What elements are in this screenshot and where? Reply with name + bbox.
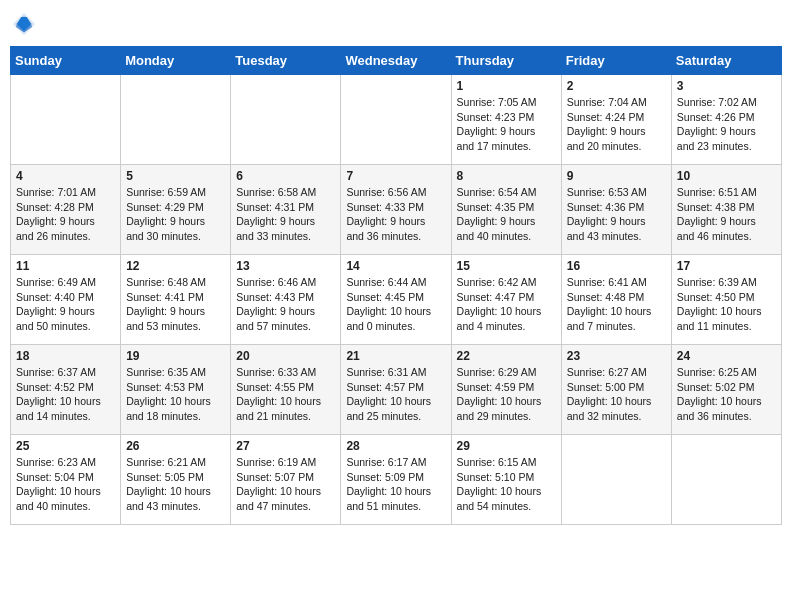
cell-daylight-info: Sunrise: 6:35 AM Sunset: 4:53 PM Dayligh… — [126, 365, 225, 424]
calendar-cell: 1Sunrise: 7:05 AM Sunset: 4:23 PM Daylig… — [451, 75, 561, 165]
cell-daylight-info: Sunrise: 6:27 AM Sunset: 5:00 PM Dayligh… — [567, 365, 666, 424]
day-number: 4 — [16, 169, 115, 183]
calendar-cell: 7Sunrise: 6:56 AM Sunset: 4:33 PM Daylig… — [341, 165, 451, 255]
cell-daylight-info: Sunrise: 6:25 AM Sunset: 5:02 PM Dayligh… — [677, 365, 776, 424]
day-number: 10 — [677, 169, 776, 183]
calendar-cell: 6Sunrise: 6:58 AM Sunset: 4:31 PM Daylig… — [231, 165, 341, 255]
day-number: 2 — [567, 79, 666, 93]
calendar-cell: 5Sunrise: 6:59 AM Sunset: 4:29 PM Daylig… — [121, 165, 231, 255]
day-number: 8 — [457, 169, 556, 183]
calendar-cell: 25Sunrise: 6:23 AM Sunset: 5:04 PM Dayli… — [11, 435, 121, 525]
calendar-cell — [231, 75, 341, 165]
day-number: 28 — [346, 439, 445, 453]
logo — [10, 10, 42, 38]
cell-daylight-info: Sunrise: 6:39 AM Sunset: 4:50 PM Dayligh… — [677, 275, 776, 334]
day-number: 27 — [236, 439, 335, 453]
header-row: SundayMondayTuesdayWednesdayThursdayFrid… — [11, 47, 782, 75]
cell-daylight-info: Sunrise: 6:17 AM Sunset: 5:09 PM Dayligh… — [346, 455, 445, 514]
cell-daylight-info: Sunrise: 6:42 AM Sunset: 4:47 PM Dayligh… — [457, 275, 556, 334]
day-number: 19 — [126, 349, 225, 363]
week-row-2: 11Sunrise: 6:49 AM Sunset: 4:40 PM Dayli… — [11, 255, 782, 345]
day-number: 17 — [677, 259, 776, 273]
col-header-monday: Monday — [121, 47, 231, 75]
day-number: 18 — [16, 349, 115, 363]
cell-daylight-info: Sunrise: 6:41 AM Sunset: 4:48 PM Dayligh… — [567, 275, 666, 334]
calendar-cell: 29Sunrise: 6:15 AM Sunset: 5:10 PM Dayli… — [451, 435, 561, 525]
calendar-cell: 8Sunrise: 6:54 AM Sunset: 4:35 PM Daylig… — [451, 165, 561, 255]
cell-daylight-info: Sunrise: 7:04 AM Sunset: 4:24 PM Dayligh… — [567, 95, 666, 154]
header — [10, 10, 782, 38]
day-number: 23 — [567, 349, 666, 363]
calendar-cell: 9Sunrise: 6:53 AM Sunset: 4:36 PM Daylig… — [561, 165, 671, 255]
calendar-cell: 16Sunrise: 6:41 AM Sunset: 4:48 PM Dayli… — [561, 255, 671, 345]
cell-daylight-info: Sunrise: 6:58 AM Sunset: 4:31 PM Dayligh… — [236, 185, 335, 244]
week-row-3: 18Sunrise: 6:37 AM Sunset: 4:52 PM Dayli… — [11, 345, 782, 435]
cell-daylight-info: Sunrise: 6:31 AM Sunset: 4:57 PM Dayligh… — [346, 365, 445, 424]
day-number: 25 — [16, 439, 115, 453]
week-row-4: 25Sunrise: 6:23 AM Sunset: 5:04 PM Dayli… — [11, 435, 782, 525]
day-number: 12 — [126, 259, 225, 273]
day-number: 14 — [346, 259, 445, 273]
cell-daylight-info: Sunrise: 6:46 AM Sunset: 4:43 PM Dayligh… — [236, 275, 335, 334]
day-number: 15 — [457, 259, 556, 273]
cell-daylight-info: Sunrise: 6:53 AM Sunset: 4:36 PM Dayligh… — [567, 185, 666, 244]
calendar-cell: 11Sunrise: 6:49 AM Sunset: 4:40 PM Dayli… — [11, 255, 121, 345]
calendar-cell: 18Sunrise: 6:37 AM Sunset: 4:52 PM Dayli… — [11, 345, 121, 435]
cell-daylight-info: Sunrise: 6:56 AM Sunset: 4:33 PM Dayligh… — [346, 185, 445, 244]
week-row-1: 4Sunrise: 7:01 AM Sunset: 4:28 PM Daylig… — [11, 165, 782, 255]
calendar-cell: 14Sunrise: 6:44 AM Sunset: 4:45 PM Dayli… — [341, 255, 451, 345]
calendar-cell: 10Sunrise: 6:51 AM Sunset: 4:38 PM Dayli… — [671, 165, 781, 255]
cell-daylight-info: Sunrise: 7:05 AM Sunset: 4:23 PM Dayligh… — [457, 95, 556, 154]
calendar-cell — [671, 435, 781, 525]
cell-daylight-info: Sunrise: 6:23 AM Sunset: 5:04 PM Dayligh… — [16, 455, 115, 514]
week-row-0: 1Sunrise: 7:05 AM Sunset: 4:23 PM Daylig… — [11, 75, 782, 165]
cell-daylight-info: Sunrise: 6:51 AM Sunset: 4:38 PM Dayligh… — [677, 185, 776, 244]
calendar-cell: 19Sunrise: 6:35 AM Sunset: 4:53 PM Dayli… — [121, 345, 231, 435]
col-header-sunday: Sunday — [11, 47, 121, 75]
calendar-cell — [11, 75, 121, 165]
day-number: 11 — [16, 259, 115, 273]
cell-daylight-info: Sunrise: 6:49 AM Sunset: 4:40 PM Dayligh… — [16, 275, 115, 334]
day-number: 5 — [126, 169, 225, 183]
cell-daylight-info: Sunrise: 7:01 AM Sunset: 4:28 PM Dayligh… — [16, 185, 115, 244]
cell-daylight-info: Sunrise: 6:54 AM Sunset: 4:35 PM Dayligh… — [457, 185, 556, 244]
day-number: 3 — [677, 79, 776, 93]
day-number: 20 — [236, 349, 335, 363]
calendar-cell: 3Sunrise: 7:02 AM Sunset: 4:26 PM Daylig… — [671, 75, 781, 165]
col-header-saturday: Saturday — [671, 47, 781, 75]
cell-daylight-info: Sunrise: 6:59 AM Sunset: 4:29 PM Dayligh… — [126, 185, 225, 244]
col-header-friday: Friday — [561, 47, 671, 75]
day-number: 29 — [457, 439, 556, 453]
cell-daylight-info: Sunrise: 6:19 AM Sunset: 5:07 PM Dayligh… — [236, 455, 335, 514]
calendar-cell: 27Sunrise: 6:19 AM Sunset: 5:07 PM Dayli… — [231, 435, 341, 525]
day-number: 26 — [126, 439, 225, 453]
cell-daylight-info: Sunrise: 6:44 AM Sunset: 4:45 PM Dayligh… — [346, 275, 445, 334]
calendar-cell: 4Sunrise: 7:01 AM Sunset: 4:28 PM Daylig… — [11, 165, 121, 255]
calendar-cell: 12Sunrise: 6:48 AM Sunset: 4:41 PM Dayli… — [121, 255, 231, 345]
day-number: 1 — [457, 79, 556, 93]
calendar-cell: 15Sunrise: 6:42 AM Sunset: 4:47 PM Dayli… — [451, 255, 561, 345]
cell-daylight-info: Sunrise: 6:29 AM Sunset: 4:59 PM Dayligh… — [457, 365, 556, 424]
col-header-wednesday: Wednesday — [341, 47, 451, 75]
logo-icon — [10, 10, 38, 38]
calendar-cell: 21Sunrise: 6:31 AM Sunset: 4:57 PM Dayli… — [341, 345, 451, 435]
cell-daylight-info: Sunrise: 7:02 AM Sunset: 4:26 PM Dayligh… — [677, 95, 776, 154]
cell-daylight-info: Sunrise: 6:21 AM Sunset: 5:05 PM Dayligh… — [126, 455, 225, 514]
day-number: 9 — [567, 169, 666, 183]
cell-daylight-info: Sunrise: 6:48 AM Sunset: 4:41 PM Dayligh… — [126, 275, 225, 334]
calendar-cell — [341, 75, 451, 165]
calendar-cell: 17Sunrise: 6:39 AM Sunset: 4:50 PM Dayli… — [671, 255, 781, 345]
day-number: 24 — [677, 349, 776, 363]
calendar-cell: 28Sunrise: 6:17 AM Sunset: 5:09 PM Dayli… — [341, 435, 451, 525]
calendar-table: SundayMondayTuesdayWednesdayThursdayFrid… — [10, 46, 782, 525]
day-number: 7 — [346, 169, 445, 183]
calendar-cell — [121, 75, 231, 165]
day-number: 21 — [346, 349, 445, 363]
day-number: 22 — [457, 349, 556, 363]
calendar-cell: 22Sunrise: 6:29 AM Sunset: 4:59 PM Dayli… — [451, 345, 561, 435]
calendar-cell: 24Sunrise: 6:25 AM Sunset: 5:02 PM Dayli… — [671, 345, 781, 435]
calendar-cell: 20Sunrise: 6:33 AM Sunset: 4:55 PM Dayli… — [231, 345, 341, 435]
cell-daylight-info: Sunrise: 6:37 AM Sunset: 4:52 PM Dayligh… — [16, 365, 115, 424]
cell-daylight-info: Sunrise: 6:33 AM Sunset: 4:55 PM Dayligh… — [236, 365, 335, 424]
day-number: 16 — [567, 259, 666, 273]
